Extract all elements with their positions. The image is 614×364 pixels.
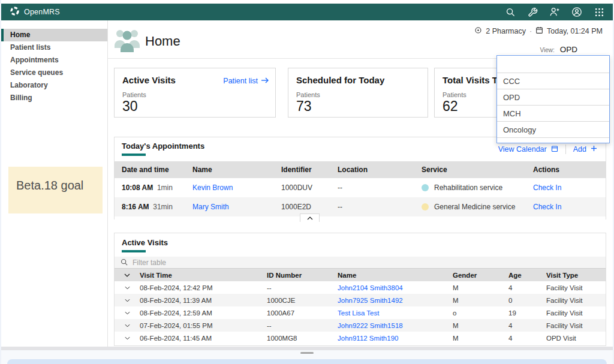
check-in-link[interactable]: Check In — [533, 183, 606, 192]
openmrs-logo[interactable]: OpenMRS — [10, 6, 60, 19]
service-cell: Rehabilitation service — [422, 183, 533, 192]
sidebar-item-label: Home — [10, 31, 30, 39]
id-number: 1000A67 — [267, 309, 338, 317]
col-actions: Actions — [533, 166, 606, 174]
chevron-down-icon[interactable] — [115, 324, 140, 327]
search-icon[interactable] — [505, 7, 516, 17]
chevron-down-icon[interactable] — [115, 299, 140, 302]
card-scheduled-today: Scheduled for Today Patients 73 — [288, 68, 428, 118]
service-label: General Medicine service — [434, 203, 515, 211]
appointments-header-row: Date and time Name Identifier Location S… — [115, 161, 606, 178]
filter-table-input[interactable] — [133, 258, 492, 267]
gender: M — [453, 335, 508, 342]
todays-appointments-panel: Today's Appointments View Calendar Add D… — [114, 137, 606, 219]
card-value: 73 — [296, 98, 312, 115]
appointments-table: Date and time Name Identifier Location S… — [115, 161, 606, 216]
service-color-dot — [422, 203, 429, 210]
openmrs-ring-icon — [10, 6, 20, 19]
col-identifier: Identifier — [281, 166, 338, 174]
gender: o — [453, 309, 508, 317]
tools-icon[interactable] — [527, 7, 538, 17]
patient-name-link[interactable]: Test Lisa Test — [338, 309, 453, 317]
card-title: Scheduled for Today — [296, 75, 384, 85]
chevron-down-icon[interactable] — [115, 286, 140, 290]
visit-type: Facility Visit — [546, 309, 606, 317]
col-name: Name — [192, 166, 281, 174]
age: 4 — [508, 322, 546, 329]
context-datetime[interactable]: Today, 01:24 PM — [547, 27, 603, 35]
id-number: 1000MG8 — [267, 335, 338, 342]
age: 4 — [508, 335, 546, 342]
sidebar-item-service-queues[interactable]: Service queues — [1, 67, 107, 79]
app-switcher-icon[interactable] — [594, 7, 604, 17]
identifier: 1000E2D — [281, 203, 338, 211]
sidebar-item-label: Patient lists — [10, 43, 50, 52]
col-gender: Gender — [453, 272, 508, 279]
dropdown-option-location-13718[interactable]: Location 13718 — [497, 137, 609, 143]
sidebar-item-appointments[interactable]: Appointments — [1, 54, 107, 67]
visit-type: OPD Visit — [546, 335, 606, 342]
time: 10:08 AM — [122, 183, 153, 192]
patient-list-link[interactable]: Patient list — [223, 77, 269, 85]
patient-name-link[interactable]: John7925 Smith1492 — [338, 297, 453, 304]
dropdown-option-ccc[interactable]: CCC — [497, 73, 609, 89]
visit-type: Facility Visit — [546, 284, 606, 291]
dropdown-option-mch[interactable]: MCH — [497, 105, 609, 121]
visit-type: Facility Visit — [546, 297, 606, 304]
visit-row: 08-Feb-2024, 11:39 AM 1000CJE John7925 S… — [115, 294, 606, 306]
sidebar-item-laboratory[interactable]: Laboratory — [1, 79, 107, 92]
identifier: 1000DUV — [281, 183, 338, 192]
collapse-appointments-button[interactable] — [300, 213, 320, 222]
sidebar: Home Patient lists Appointments Service … — [1, 20, 108, 347]
sidebar-item-label: Billing — [10, 94, 32, 102]
gender: M — [453, 322, 508, 329]
col-age: Age — [508, 272, 546, 279]
expand-all-chevron-icon[interactable] — [115, 273, 140, 277]
dropdown-option-oncology[interactable]: Oncology — [497, 121, 609, 137]
patient-name-link[interactable]: John9222 Smith1518 — [338, 322, 453, 329]
context-location[interactable]: 2 Pharmacy — [486, 27, 526, 35]
age: 19 — [508, 309, 546, 317]
add-appointment-link[interactable]: Add — [573, 145, 597, 154]
context-separator: · — [529, 27, 532, 35]
openmrs-dashboard: OpenMRS Home Patient lists Appointmen — [0, 0, 614, 364]
plus-icon — [591, 145, 597, 154]
add-label: Add — [573, 145, 586, 154]
view-dropdown: CCC OPD MCH Oncology Location 13718 — [496, 55, 610, 143]
user-avatar-icon[interactable] — [571, 7, 582, 17]
view-selector[interactable]: View: OPD — [540, 45, 577, 54]
dropdown-option-opd[interactable]: OPD — [497, 89, 609, 105]
patient-name-link[interactable]: Mary Smith — [192, 203, 281, 211]
sidebar-item-patient-lists[interactable]: Patient lists — [1, 41, 107, 54]
sidebar-item-billing[interactable]: Billing — [1, 92, 107, 104]
card-value: 62 — [443, 98, 458, 115]
service-cell: General Medicine service — [422, 203, 533, 211]
dropdown-option-empty[interactable] — [497, 56, 609, 73]
drag-handle[interactable] — [300, 352, 314, 354]
visit-time: 07-Feb-2024, 01:55 PM — [140, 322, 267, 329]
view-calendar-link[interactable]: View Calendar — [498, 145, 558, 154]
taskbar-strip — [7, 359, 607, 364]
chevron-up-icon — [307, 216, 313, 220]
calendar-icon — [535, 26, 543, 36]
id-number: -- — [267, 322, 338, 329]
chevron-down-icon[interactable] — [115, 311, 140, 315]
col-name: Name — [338, 272, 453, 279]
patient-name-link[interactable]: John9112 Smith190 — [338, 335, 453, 342]
sidebar-item-home[interactable]: Home — [1, 29, 107, 41]
patient-name-link[interactable]: John2104 Smith3804 — [338, 284, 453, 291]
page-title: Home — [145, 34, 180, 49]
appointment-row: 8:16 AM 31min Mary Smith 1000E2D -- Gene… — [115, 197, 606, 216]
chevron-down-icon[interactable] — [115, 336, 140, 340]
sticky-note: Beta.18 goal — [8, 167, 103, 213]
col-id-number: ID Number — [267, 272, 338, 279]
add-user-icon[interactable] — [549, 7, 560, 17]
active-visits-table: Visit Time ID Number Name Gender Age Vis… — [115, 269, 606, 344]
visit-type: Facility Visit — [546, 322, 606, 329]
duration: 31min — [153, 203, 173, 211]
patient-name-link[interactable]: Kevin Brown — [192, 183, 281, 192]
check-in-link[interactable]: Check In — [533, 203, 606, 211]
card-metric-label: Patients — [443, 91, 466, 98]
visit-time: 08-Feb-2024, 12:42 PM — [140, 284, 267, 291]
gender: M — [453, 284, 508, 291]
